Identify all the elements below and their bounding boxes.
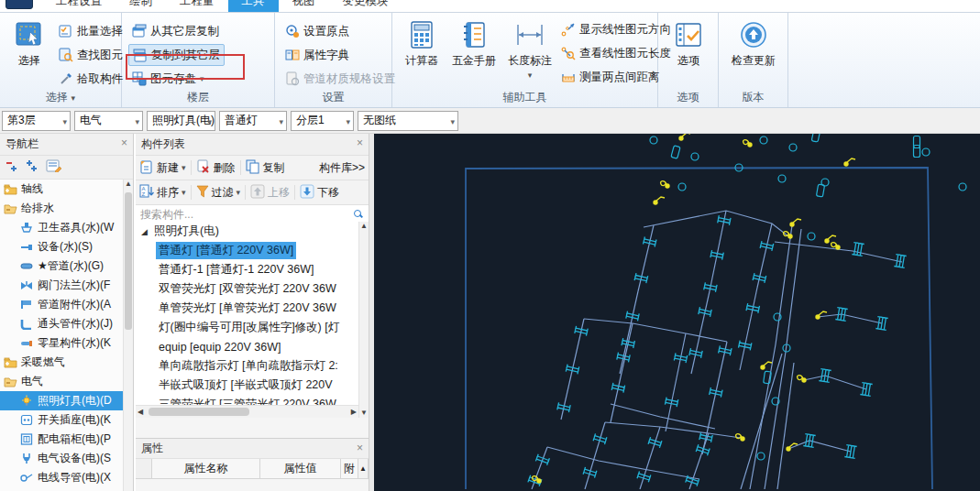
library-button[interactable]: 构件库>> — [319, 160, 365, 176]
component-vscrollbar[interactable]: ▲▼ — [358, 222, 369, 418]
copy-from-other-floor-button[interactable]: 从其它层复制 — [128, 20, 223, 42]
nav-item-4[interactable]: ★管道(水)(G) — [0, 256, 123, 276]
measure-distance-button[interactable]: 测量两点间距离 — [557, 66, 664, 88]
component-item-3[interactable]: 单管荧光灯 [单管荧光灯 220V 36W — [136, 299, 358, 318]
select-button[interactable]: 选择 — [6, 19, 53, 69]
nav-close-icon[interactable]: × — [121, 137, 127, 148]
nav-item-9[interactable]: 采暖燃气 — [0, 353, 123, 372]
options-button[interactable]: 选项 — [665, 19, 712, 69]
move-down-button[interactable]: 下移 — [317, 185, 339, 201]
prop-col-name[interactable]: 属性名称 — [152, 459, 260, 478]
component-panel-header: 构件列表 × — [136, 134, 369, 156]
component-item-1[interactable]: 普通灯-1 [普通灯-1 220V 36W] — [136, 260, 358, 279]
component-item-6[interactable]: 单向疏散指示灯 [单向疏散指示灯 2: — [136, 356, 358, 376]
chevron-down-icon[interactable]: ▾ — [450, 117, 455, 126]
copy-to-other-floor-button[interactable]: 复制到其它层 — [128, 44, 225, 66]
elbow-icon — [20, 318, 34, 330]
nav-item-10[interactable]: 电气 — [0, 372, 123, 391]
component-item-2[interactable]: 双管荧光灯 [双管荧光灯 220V 36W — [136, 279, 358, 299]
copy-button[interactable]: 复制 — [263, 160, 285, 176]
nav-item-11[interactable]: 照明灯具(电)(D — [0, 391, 123, 410]
calculator-button[interactable]: 计算器 — [398, 19, 446, 69]
chevron-down-icon[interactable]: ▾ — [279, 117, 283, 126]
nav-item-13[interactable]: 配电箱柜(电)(P — [0, 430, 123, 449]
nav-item-2[interactable]: 卫生器具(水)(W — [0, 218, 123, 237]
combo-select-1[interactable]: 电气▾ — [74, 111, 143, 131]
nav-item-1[interactable]: 给排水 — [0, 199, 123, 218]
expand-all-icon[interactable] — [26, 159, 40, 176]
plug-icon — [20, 453, 34, 464]
nav-item-3[interactable]: 设备(水)(S) — [0, 237, 123, 256]
component-close-icon[interactable]: × — [357, 137, 363, 148]
hardware-manual-button[interactable]: 五金手册 — [447, 19, 501, 69]
collapse-all-icon[interactable] — [6, 159, 20, 176]
options-label: 选项 — [665, 53, 712, 69]
combo-select-4[interactable]: 分层1▾ — [291, 111, 354, 131]
nav-item-14[interactable]: 电气设备(电)(S — [0, 449, 123, 468]
component-item-0[interactable]: 普通灯 [普通灯 220V 36W] — [136, 241, 358, 260]
properties-scroll-up[interactable]: ▲ — [358, 459, 369, 478]
ribbon-group-floor: 从其它层复制 复制到其它层 图元存盘 ▾ 楼层 — [122, 13, 275, 107]
attr-dict-button[interactable]: 属性字典 — [281, 44, 353, 66]
select-label: 选择 — [6, 53, 53, 69]
length-dim-button[interactable]: 长度标注 ▾ — [504, 19, 556, 80]
attr-dict-label: 属性字典 — [303, 48, 349, 63]
component-hscrollbar[interactable]: ◀ ▶ — [136, 405, 358, 418]
search-icon[interactable] — [354, 210, 363, 219]
nav-item-8[interactable]: 零星构件(水)(K — [0, 333, 123, 353]
prop-col-extra[interactable]: 附 — [341, 459, 358, 478]
nav-item-5[interactable]: 阀门法兰(水)(F — [0, 276, 123, 295]
batch-select-button[interactable]: 批量选择 — [55, 20, 127, 42]
nav-item-label: 配电箱柜(电)(P — [38, 431, 111, 447]
options-icon — [673, 19, 704, 50]
ribbon-tab-1[interactable]: 绘制 — [116, 0, 166, 12]
nav-item-0[interactable]: 轴线 — [0, 180, 123, 199]
new-button[interactable]: 新建 — [157, 160, 179, 176]
app-logo-icon[interactable] — [6, 0, 33, 9]
component-item-5[interactable]: equip [equip 220V 36W] — [136, 337, 358, 356]
component-item-7[interactable]: 半嵌式吸顶灯 [半嵌式吸顶灯 220V — [136, 376, 358, 395]
ribbon-tab-0[interactable]: 工程设置 — [42, 0, 116, 12]
chevron-down-icon[interactable]: ▾ — [62, 117, 67, 126]
combo-select-5[interactable]: 无图纸▾ — [358, 111, 458, 131]
cad-canvas[interactable] — [374, 134, 980, 491]
calculator-label: 计算器 — [398, 53, 446, 69]
ribbon-tab-4[interactable]: 视图 — [279, 0, 329, 12]
view-length-button[interactable]: 查看线性图元长度 — [557, 42, 675, 64]
nav-item-label: 电线导管(电)(X — [38, 470, 111, 486]
ribbon-tab-5[interactable]: 变更模块 — [329, 0, 402, 12]
chevron-down-icon[interactable]: ▾ — [346, 117, 350, 126]
search-placeholder: 搜索构件... — [140, 207, 193, 223]
combo-select-3[interactable]: 普通灯▾ — [219, 111, 287, 131]
combo-select-2[interactable]: 照明灯具(电)▾ — [147, 111, 215, 131]
chevron-down-icon[interactable]: ▾ — [135, 117, 139, 126]
edit-list-icon[interactable] — [46, 159, 62, 176]
nav-item-6[interactable]: 管道附件(水)(A — [0, 295, 123, 314]
nav-item-7[interactable]: 通头管件(水)(J) — [0, 314, 123, 333]
tree-expander-icon[interactable]: ◢ — [141, 227, 150, 236]
properties-close-icon[interactable]: × — [357, 442, 363, 453]
nav-scrollbar[interactable]: ▲ — [123, 180, 133, 491]
element-save-button[interactable]: 图元存盘 ▾ — [128, 68, 208, 90]
filter-button[interactable]: 过滤 — [212, 185, 234, 201]
set-origin-button[interactable]: 设置原点 — [281, 20, 353, 42]
sort-button[interactable]: 排序 — [157, 185, 179, 201]
ribbon-tab-3[interactable]: 工具 — [228, 0, 279, 12]
show-direction-button[interactable]: 显示线性图元方向 — [557, 18, 675, 40]
component-item-8[interactable]: 三管荧光灯 [三管荧光灯 220V 36W — [136, 395, 358, 405]
ribbon-tab-2[interactable]: 工程量 — [166, 0, 228, 12]
nav-item-15[interactable]: 电线导管(电)(X — [0, 468, 123, 487]
prop-col-value[interactable]: 属性值 — [260, 459, 341, 478]
component-group-row[interactable]: ◢照明灯具(电) — [136, 222, 358, 241]
nav-item-12[interactable]: 开关插座(电)(K — [0, 410, 123, 430]
check-update-button[interactable]: 检查更新 — [730, 19, 777, 69]
delete-button[interactable]: 删除 — [214, 160, 236, 176]
element-save-icon — [132, 71, 147, 86]
find-element-button[interactable]: 查找图元 — [55, 44, 127, 66]
combo-select-0[interactable]: 第3层▾ — [2, 111, 71, 131]
folder-plus-icon — [4, 356, 17, 368]
component-item-4[interactable]: 灯(圈中编号可用[改属性字]修改) [灯 — [136, 318, 358, 337]
chevron-down-icon[interactable]: ▾ — [207, 117, 212, 126]
pick-component-button[interactable]: 拾取构件 — [55, 68, 127, 90]
copy-from-other-floor-label: 从其它层复制 — [150, 24, 219, 39]
